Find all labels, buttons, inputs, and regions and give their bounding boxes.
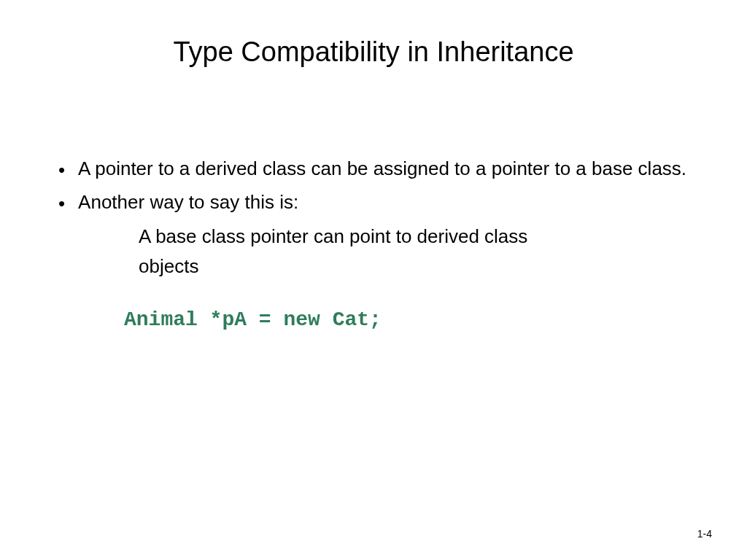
- bullet-text: A pointer to a derived class can be assi…: [78, 155, 686, 182]
- sub-text-line: A base class pointer can point to derive…: [139, 223, 703, 251]
- slide-content: • A pointer to a derived class can be as…: [44, 155, 703, 331]
- code-example: Animal *pA = new Cat;: [124, 308, 703, 331]
- sub-text-line: objects: [139, 253, 703, 281]
- bullet-item: • Another way to say this is:: [58, 189, 703, 217]
- slide-title: Type Compatibility in Inheritance: [44, 36, 703, 68]
- slide-container: Type Compatibility in Inheritance • A po…: [0, 0, 747, 560]
- page-number: 1-4: [697, 528, 712, 540]
- bullet-marker: •: [58, 157, 65, 183]
- bullet-text: Another way to say this is:: [78, 189, 298, 215]
- bullet-marker: •: [58, 190, 65, 217]
- bullet-item: • A pointer to a derived class can be as…: [58, 155, 703, 183]
